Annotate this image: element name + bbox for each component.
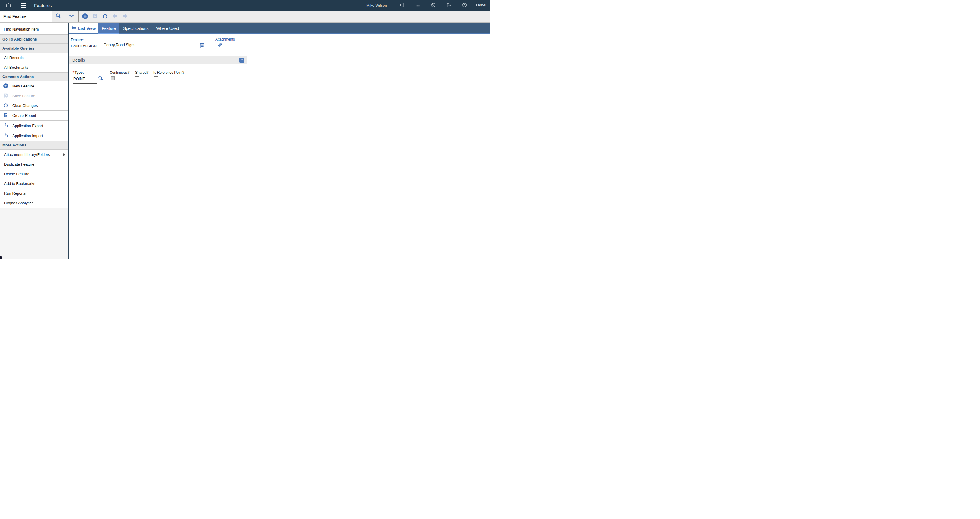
back-to-list-view[interactable]: List View [68, 24, 98, 33]
search-button[interactable] [52, 11, 65, 22]
sidebar-item-all-records[interactable]: All Records [0, 53, 68, 62]
main-content: List View Feature Specifications Where U… [68, 22, 490, 259]
bulletin-board-button[interactable] [398, 1, 406, 10]
feature-id-value: GANTRY-SIGN [71, 44, 97, 50]
sign-out-icon [446, 2, 452, 9]
shared-checkbox[interactable] [135, 76, 139, 80]
profile-button[interactable] [429, 1, 438, 10]
home-button[interactable] [4, 1, 13, 10]
sidebar-filler [0, 208, 68, 259]
navigation-sidebar: Go To Applications Available Queries All… [0, 22, 68, 259]
new-record-icon [3, 83, 8, 89]
section-more-actions[interactable]: More Actions [0, 141, 68, 150]
header-actions: Mike Wilson [366, 1, 486, 10]
is-reference-point-label: Is Reference Point? [153, 70, 184, 75]
svg-text:?: ? [464, 3, 465, 6]
previous-record-icon [112, 13, 118, 20]
sidebar-item-save-feature[interactable]: Save Feature [0, 91, 68, 101]
sidebar-item-all-bookmarks[interactable]: All Bookmarks [0, 62, 68, 72]
find-navigation-row [0, 24, 68, 35]
reports-chart-icon [415, 2, 420, 9]
sidebar-item-run-reports[interactable]: Run Reports [0, 188, 68, 198]
new-record-icon [82, 13, 88, 20]
attachments-paperclip-button[interactable] [216, 42, 223, 50]
app-header: Features Mike Wilson [0, 0, 490, 11]
app-body: Go To Applications Available Queries All… [0, 22, 490, 259]
details-title: Details [72, 58, 85, 62]
collapse-arrow-icon [240, 58, 243, 62]
sidebar-item-delete-feature[interactable]: Delete Feature [0, 169, 68, 179]
application-import-icon [3, 133, 8, 139]
type-input[interactable] [73, 76, 97, 84]
tab-where-used[interactable]: Where Used [152, 24, 183, 33]
page-title: Features [34, 3, 52, 8]
help-button[interactable]: ? [460, 1, 469, 10]
toolbar-separator [78, 11, 79, 22]
lookup-magnifier-icon [98, 75, 104, 83]
long-description-button[interactable] [200, 43, 204, 49]
bulletin-megaphone-icon [399, 2, 405, 9]
section-go-to-applications[interactable]: Go To Applications [0, 35, 68, 44]
sign-out-button[interactable] [444, 1, 453, 10]
save-record-icon [3, 93, 8, 99]
sidebar-item-application-export[interactable]: Application Export [0, 121, 68, 131]
create-report-icon [3, 112, 8, 119]
type-field-label: *Type: [73, 70, 84, 75]
reports-button[interactable] [413, 1, 422, 10]
save-record-button[interactable] [90, 11, 100, 22]
previous-record-button[interactable] [110, 11, 120, 22]
find-feature-input[interactable] [0, 11, 52, 22]
shared-label: Shared? [135, 70, 148, 75]
long-description-icon [200, 43, 204, 49]
search-icon [55, 13, 62, 20]
query-dropdown-button[interactable] [65, 11, 78, 22]
is-reference-point-checkbox[interactable] [154, 76, 158, 80]
feature-description-input[interactable] [103, 42, 199, 50]
sidebar-item-attachment-library[interactable]: Attachment Library/Folders [0, 150, 68, 160]
sidebar-item-create-report[interactable]: Create Report [0, 111, 68, 121]
sidebar-item-new-feature[interactable]: New Feature [0, 81, 68, 91]
profile-user-icon [431, 2, 436, 9]
clear-changes-icon [102, 13, 108, 20]
clear-changes-icon [3, 102, 8, 109]
continuous-label: Continuous? [110, 70, 129, 75]
features-app: Features Mike Wilson [0, 0, 490, 260]
next-record-icon [122, 13, 128, 20]
application-export-icon [3, 122, 8, 129]
submenu-arrow-icon [63, 153, 65, 156]
collapse-section-button[interactable] [239, 57, 244, 62]
chevron-down-icon [68, 13, 75, 20]
required-marker: * [73, 70, 74, 75]
active-tab-underline [98, 33, 119, 34]
type-lookup-button[interactable] [98, 75, 104, 83]
hamburger-menu-icon [21, 3, 26, 8]
new-record-button[interactable] [80, 11, 90, 22]
sidebar-item-add-to-bookmarks[interactable]: Add to Bookmarks [0, 179, 68, 188]
ibm-logo: IBM [475, 3, 486, 8]
feature-field-label: Feature: [71, 38, 84, 42]
next-record-button[interactable] [120, 11, 130, 22]
paperclip-icon [216, 42, 223, 50]
tab-bar-underline [68, 33, 490, 34]
help-icon: ? [461, 2, 467, 9]
sidebar-item-duplicate-feature[interactable]: Duplicate Feature [0, 160, 68, 169]
main-menu-button[interactable] [19, 1, 27, 10]
details-section-header: Details [69, 56, 247, 64]
user-name: Mike Wilson [366, 3, 387, 8]
section-available-queries[interactable]: Available Queries [0, 44, 68, 53]
sidebar-item-cognos-analytics[interactable]: Cognos Analytics [0, 198, 68, 208]
continuous-checkbox [111, 76, 115, 80]
sidebar-item-clear-changes[interactable]: Clear Changes [0, 101, 68, 111]
attachments-link[interactable]: Attachments [215, 37, 235, 42]
find-navigation-input[interactable] [3, 27, 62, 32]
tab-specifications[interactable]: Specifications [119, 24, 152, 33]
tab-bar: List View Feature Specifications Where U… [68, 24, 490, 33]
save-record-icon [92, 13, 98, 20]
section-common-actions[interactable]: Common Actions [0, 72, 68, 81]
record-toolbar [0, 11, 490, 22]
clear-changes-button[interactable] [100, 11, 110, 22]
home-icon [6, 2, 11, 9]
sidebar-item-application-import[interactable]: Application Import [0, 131, 68, 141]
tab-feature[interactable]: Feature [98, 24, 119, 33]
back-arrow-icon [71, 26, 76, 31]
